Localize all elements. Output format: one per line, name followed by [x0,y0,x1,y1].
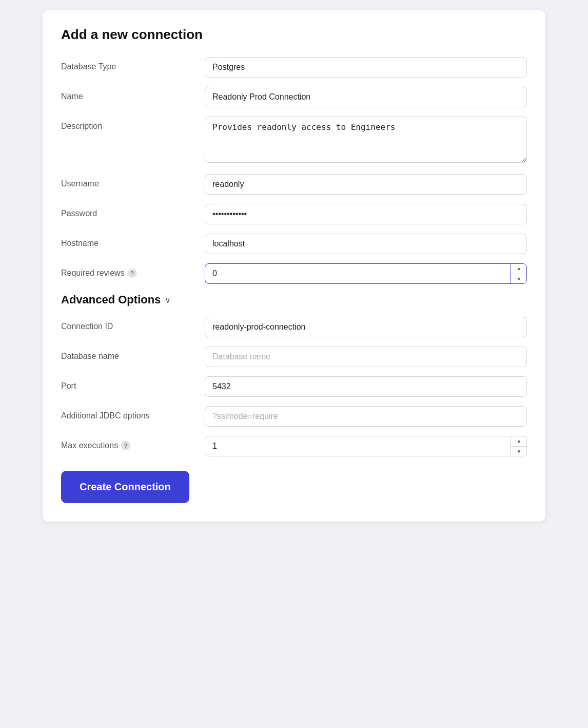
database-name-input[interactable] [205,347,527,367]
advanced-options-chevron-icon[interactable]: ∨ [165,295,171,305]
connection-id-input[interactable] [205,317,527,337]
username-input[interactable] [205,174,527,195]
jdbc-options-label: Additional JDBC options [61,406,205,420]
jdbc-options-row: Additional JDBC options [61,406,527,427]
max-executions-wrapper: ▲ ▼ [205,436,527,456]
max-executions-decrement[interactable]: ▼ [511,447,527,457]
hostname-input[interactable] [205,234,527,254]
connection-id-wrapper [205,317,527,337]
name-input[interactable] [205,87,527,107]
name-label: Name [61,87,205,101]
password-wrapper [205,204,527,224]
description-wrapper [205,117,527,165]
port-input[interactable] [205,376,527,397]
max-executions-help-icon[interactable]: ? [121,441,130,450]
required-reviews-label: Required reviews ? [61,263,205,278]
username-row: Username [61,174,527,195]
max-executions-spinner-buttons: ▲ ▼ [511,436,527,456]
advanced-options-section: Advanced Options ∨ [61,293,527,306]
name-wrapper [205,87,527,107]
connection-id-row: Connection ID [61,317,527,337]
page-title: Add a new connection [61,27,527,43]
database-type-row: Database Type [61,57,527,78]
required-reviews-spinner: ▲ ▼ [205,263,527,284]
required-reviews-row: Required reviews ? ▲ ▼ [61,263,527,284]
required-reviews-increment[interactable]: ▲ [511,263,527,274]
description-input[interactable] [205,117,527,163]
connection-id-label: Connection ID [61,317,205,331]
port-row: Port [61,376,527,397]
description-label: Description [61,117,205,131]
hostname-label: Hostname [61,234,205,248]
username-label: Username [61,174,205,188]
max-executions-spinner: ▲ ▼ [205,436,527,456]
port-wrapper [205,376,527,397]
create-connection-button[interactable]: Create Connection [61,471,189,503]
max-executions-label: Max executions ? [61,436,205,450]
password-input[interactable] [205,204,527,224]
advanced-options-title: Advanced Options [61,293,161,306]
database-type-wrapper [205,57,527,78]
required-reviews-wrapper: ▲ ▼ [205,263,527,284]
required-reviews-help-icon[interactable]: ? [128,269,137,278]
database-name-label: Database name [61,347,205,361]
required-reviews-input[interactable] [205,263,527,284]
description-row: Description [61,117,527,165]
name-row: Name [61,87,527,107]
max-executions-increment[interactable]: ▲ [511,436,527,447]
password-row: Password [61,204,527,224]
hostname-row: Hostname [61,234,527,254]
hostname-wrapper [205,234,527,254]
jdbc-options-wrapper [205,406,527,427]
database-name-row: Database name [61,347,527,367]
add-connection-form: Add a new connection Database Type Name … [43,10,545,522]
max-executions-input[interactable] [205,436,527,456]
database-type-input[interactable] [205,57,527,78]
port-label: Port [61,376,205,391]
required-reviews-spinner-buttons: ▲ ▼ [511,263,527,284]
username-wrapper [205,174,527,195]
max-executions-row: Max executions ? ▲ ▼ [61,436,527,456]
jdbc-options-input[interactable] [205,406,527,427]
database-name-wrapper [205,347,527,367]
required-reviews-decrement[interactable]: ▼ [511,274,527,284]
password-label: Password [61,204,205,218]
database-type-label: Database Type [61,57,205,71]
